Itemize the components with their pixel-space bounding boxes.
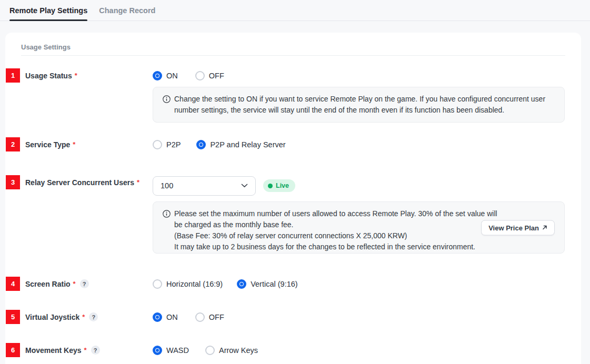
info-text: Please set the maximum number of users a… [174, 208, 497, 247]
radio-unselected-icon [195, 312, 205, 322]
tab-bar: Remote Play Settings Change Record [0, 0, 590, 21]
usage-status-info-box: Change the setting to ON if you want to … [153, 87, 565, 123]
info-icon [163, 210, 171, 218]
required-asterisk: * [84, 346, 87, 354]
radio-option-off[interactable]: OFF [195, 71, 224, 80]
section-divider [21, 55, 565, 56]
required-asterisk: * [82, 313, 85, 321]
required-asterisk: * [137, 178, 139, 186]
settings-card: Usage Settings 1 Usage Status * ON OFF C [5, 33, 581, 364]
row-usage-status: 1 Usage Status * ON OFF [5, 68, 581, 83]
field-label: Relay Server Concurrent Users [25, 178, 134, 187]
row-number-badge: 2 [6, 137, 20, 151]
tab-remote-play-settings[interactable]: Remote Play Settings [9, 0, 87, 21]
radio-option-p2p-relay[interactable]: P2P and Relay Server [196, 140, 285, 149]
radio-unselected-icon [195, 71, 205, 80]
row-number-badge: 6 [6, 343, 20, 357]
tab-change-record[interactable]: Change Record [99, 0, 155, 21]
radio-unselected-icon [153, 279, 162, 289]
section-title: Usage Settings [21, 43, 71, 51]
help-icon[interactable]: ? [80, 279, 89, 288]
row-virtual-joystick: 5 Virtual Joystick * ? ON OFF [5, 310, 581, 324]
field-label: Usage Status [25, 72, 72, 80]
row-number-badge: 1 [6, 68, 20, 83]
relay-users-info-box: Please set the maximum number of users a… [153, 201, 565, 254]
radio-unselected-icon [153, 140, 162, 149]
concurrent-users-select[interactable]: 100 [153, 176, 256, 196]
radio-selected-icon [153, 346, 162, 355]
row-movement-keys: 6 Movement Keys * ? WASD Arrow Keys [5, 343, 581, 357]
required-asterisk: * [73, 140, 75, 148]
row-screen-ratio: 4 Screen Ratio * ? Horizontal (16:9) Ver… [5, 277, 581, 291]
info-icon [163, 95, 171, 103]
selected-value: 100 [161, 181, 173, 190]
info-text: Change the setting to ON if you want to … [174, 94, 545, 116]
radio-option-on[interactable]: ON [153, 312, 178, 322]
radio-option-off[interactable]: OFF [195, 312, 224, 322]
radio-selected-icon [237, 279, 246, 289]
radio-option-arrow-keys[interactable]: Arrow Keys [205, 346, 258, 355]
required-asterisk: * [75, 72, 77, 79]
radio-unselected-icon [205, 346, 215, 355]
radio-option-vertical[interactable]: Vertical (9:16) [237, 279, 297, 289]
radio-selected-icon [196, 140, 206, 149]
external-link-icon [542, 225, 547, 230]
chevron-down-icon [241, 184, 248, 188]
row-service-type: 2 Service Type * P2P P2P and Relay Serve… [5, 137, 581, 151]
radio-option-p2p[interactable]: P2P [153, 140, 181, 149]
radio-option-horizontal[interactable]: Horizontal (16:9) [153, 279, 223, 289]
view-price-plan-button[interactable]: View Price Plan [481, 220, 555, 235]
radio-option-wasd[interactable]: WASD [153, 346, 189, 355]
live-dot-icon [268, 184, 273, 188]
required-asterisk: * [73, 280, 76, 288]
radio-option-on[interactable]: ON [153, 71, 178, 80]
live-status-badge: Live [263, 179, 295, 192]
field-label: Screen Ratio [25, 280, 71, 288]
help-icon[interactable]: ? [89, 312, 98, 321]
field-label: Movement Keys [25, 346, 82, 355]
row-number-badge: 3 [6, 175, 20, 189]
field-label: Service Type [25, 140, 70, 149]
row-relay-concurrent-users: 3 Relay Server Concurrent Users * 100 Li… [5, 175, 581, 195]
help-icon[interactable]: ? [91, 346, 100, 355]
row-number-badge: 5 [6, 310, 20, 324]
field-label: Virtual Joystick [25, 313, 79, 321]
radio-selected-icon [153, 312, 162, 322]
row-number-badge: 4 [6, 277, 20, 291]
radio-selected-icon [153, 71, 162, 80]
